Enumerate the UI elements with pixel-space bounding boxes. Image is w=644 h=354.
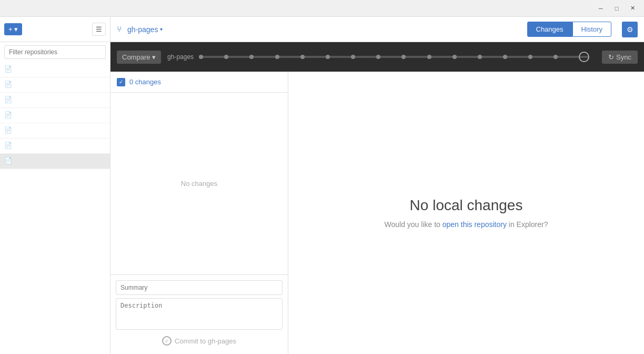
- title-bar: ─ □ ✕: [0, 0, 644, 17]
- timeline-dot: [478, 55, 482, 59]
- timeline-dot: [452, 55, 457, 59]
- no-changes-text: No changes: [181, 180, 217, 188]
- timeline-dot: [326, 55, 330, 59]
- commit-button[interactable]: ✓ Commit to gh-pages: [116, 333, 283, 349]
- close-button[interactable]: ✕: [625, 2, 640, 15]
- check-icon: ✓: [117, 78, 125, 86]
- timeline-track: [199, 56, 589, 58]
- timeline-dot: [249, 55, 254, 59]
- book-icon: 📄: [4, 111, 13, 120]
- tab-history[interactable]: History: [572, 22, 611, 37]
- compare-bar: Compare ▾ gh-pages: [110, 42, 644, 72]
- description-input[interactable]: [116, 298, 283, 330]
- filter-repositories-input[interactable]: [4, 45, 106, 59]
- sidebar: + ▾ ☰ 📄 📄 📄 📄 📄: [0, 17, 110, 354]
- list-item[interactable]: 📄: [0, 108, 110, 123]
- sidebar-toggle-button[interactable]: ☰: [92, 23, 106, 36]
- book-icon: 📄: [4, 96, 13, 104]
- changes-count: 0 changes: [129, 78, 161, 86]
- branch-name: gh-pages: [127, 25, 158, 34]
- tab-group: Changes History: [527, 22, 612, 37]
- timeline-dot: [224, 55, 228, 59]
- subtitle-before-text: Would you like to: [384, 220, 442, 229]
- repository-list: 📄 📄 📄 📄 📄 📄: [0, 62, 110, 354]
- chevron-down-icon: ▾: [160, 26, 163, 32]
- open-repository-link[interactable]: open this repository: [442, 220, 507, 229]
- main-content: ⑂ gh-pages ▾ Changes History ⚙ Compare ▾…: [110, 17, 644, 354]
- compare-button[interactable]: Compare ▾: [117, 51, 161, 64]
- timeline-container: gh-pages: [161, 53, 596, 61]
- maximize-button[interactable]: □: [609, 2, 624, 15]
- summary-input[interactable]: [116, 280, 283, 295]
- timeline-branch-label: gh-pages: [167, 53, 194, 61]
- book-icon: 📄: [4, 126, 13, 135]
- top-bar: ⑂ gh-pages ▾ Changes History ⚙: [110, 17, 644, 42]
- changes-header: ✓ 0 changes: [110, 72, 288, 93]
- minimize-button[interactable]: ─: [593, 2, 608, 15]
- list-item[interactable]: 📄: [0, 62, 110, 77]
- timeline-dots: [199, 52, 589, 62]
- changes-list: No changes: [110, 93, 288, 274]
- book-icon: 📄: [4, 65, 13, 74]
- list-item[interactable]: 📄: [0, 154, 110, 169]
- settings-button[interactable]: ⚙: [622, 22, 638, 37]
- list-item[interactable]: 📄: [0, 139, 110, 154]
- list-item[interactable]: 📄: [0, 77, 110, 93]
- add-repository-button[interactable]: + ▾: [4, 23, 22, 35]
- commit-button-label: Commit to gh-pages: [175, 337, 236, 345]
- list-item[interactable]: 📄: [0, 123, 110, 139]
- timeline-dot: [427, 55, 431, 59]
- book-icon: 📄: [4, 142, 13, 150]
- content-area: ✓ 0 changes No changes ✓ Commit to gh-pa…: [110, 72, 644, 354]
- branch-icon: ⑂: [117, 25, 122, 34]
- sync-button[interactable]: ↻ Sync: [602, 51, 638, 64]
- commit-area: ✓ Commit to gh-pages: [110, 274, 288, 354]
- branch-selector[interactable]: gh-pages ▾: [127, 25, 163, 34]
- no-local-changes-title: No local changes: [410, 197, 523, 214]
- sidebar-header: + ▾ ☰: [0, 17, 110, 42]
- timeline-dot: [401, 55, 406, 59]
- right-panel: No local changes Would you like to open …: [288, 72, 644, 354]
- left-panel: ✓ 0 changes No changes ✓ Commit to gh-pa…: [110, 72, 288, 354]
- book-icon: 📄: [4, 81, 13, 89]
- timeline-dot: [503, 55, 507, 59]
- book-icon: 📄: [4, 157, 13, 165]
- commit-check-icon: ✓: [162, 336, 172, 346]
- timeline-dot: [300, 55, 305, 59]
- list-item[interactable]: 📄: [0, 93, 110, 108]
- timeline-dot: [554, 55, 558, 59]
- timeline-dot: [528, 55, 532, 59]
- timeline-dot: [275, 55, 279, 59]
- window-controls: ─ □ ✕: [593, 2, 640, 15]
- app-body: + ▾ ☰ 📄 📄 📄 📄 📄: [0, 17, 644, 354]
- tab-changes[interactable]: Changes: [527, 22, 572, 37]
- no-local-changes-subtitle: Would you like to open this repository i…: [384, 220, 548, 229]
- timeline-dot: [199, 55, 203, 59]
- timeline-dot: [351, 55, 355, 59]
- timeline-end-dot: [579, 52, 589, 62]
- subtitle-after-text: in Explorer?: [507, 220, 548, 229]
- timeline-dot: [376, 55, 380, 59]
